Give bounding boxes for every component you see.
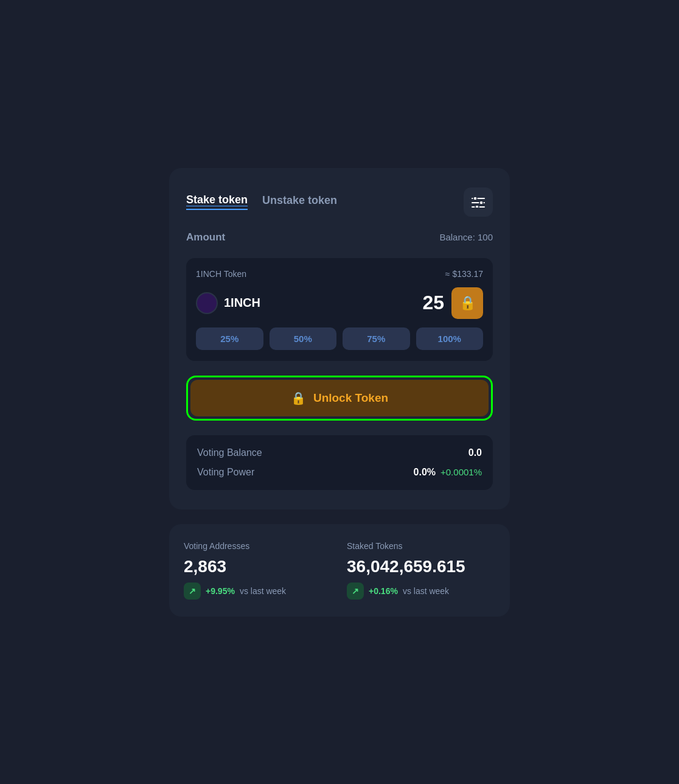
token-identity: 🦄 1INCH bbox=[196, 292, 260, 314]
stats-card: Voting Addresses 2,863 ↗ +9.95% vs last … bbox=[169, 524, 510, 617]
amount-label: Amount bbox=[186, 231, 225, 243]
voting-addresses-value: 2,863 bbox=[184, 557, 332, 576]
pct-100-button[interactable]: 100% bbox=[416, 327, 484, 350]
pct-25-button[interactable]: 25% bbox=[196, 327, 263, 350]
svg-point-6 bbox=[197, 293, 217, 313]
staked-tokens-title: Staked Tokens bbox=[347, 541, 495, 551]
voting-box: Voting Balance 0.0 Voting Power 0.0% +0.… bbox=[186, 435, 493, 490]
voting-addresses-change-suffix: vs last week bbox=[240, 586, 286, 596]
voting-power-row: Voting Power 0.0% +0.0001% bbox=[197, 467, 482, 478]
token-name-label: 1INCH Token bbox=[196, 269, 246, 279]
token-box: 1INCH Token ≈ $133.17 🦄 1INCH 25 bbox=[186, 258, 493, 361]
svg-point-3 bbox=[479, 201, 483, 205]
pct-row: 25% 50% 75% 100% bbox=[196, 327, 483, 350]
staked-tokens-change-text: +0.16% bbox=[369, 586, 398, 596]
pct-75-button[interactable]: 75% bbox=[343, 327, 410, 350]
voting-power-label: Voting Power bbox=[197, 467, 254, 478]
voting-addresses-section: Voting Addresses 2,863 ↗ +9.95% vs last … bbox=[184, 541, 332, 600]
lock-button[interactable]: 🔒 bbox=[451, 287, 483, 319]
voting-power-value: 0.0% bbox=[414, 467, 436, 478]
unlock-token-button[interactable]: 🔒 Unlock Token bbox=[190, 380, 489, 416]
token-amount-row: 25 🔒 bbox=[422, 287, 483, 319]
voting-power-change: +0.0001% bbox=[440, 467, 482, 477]
token-approx-value: ≈ $133.17 bbox=[445, 269, 483, 279]
tab-unstake[interactable]: Unstake token bbox=[262, 194, 337, 209]
svg-point-1 bbox=[473, 197, 477, 200]
tab-stake[interactable]: Stake token bbox=[186, 194, 248, 210]
voting-addresses-change: ↗ +9.95% vs last week bbox=[184, 583, 332, 600]
unlock-button-wrapper: 🔒 Unlock Token bbox=[186, 376, 493, 421]
svg-point-5 bbox=[475, 205, 479, 208]
token-symbol: 1INCH bbox=[224, 296, 260, 310]
staked-tokens-change: ↗ +0.16% vs last week bbox=[347, 583, 495, 600]
main-card: Stake token Unstake token Amount Balance… bbox=[169, 168, 510, 509]
staked-tokens-section: Staked Tokens 36,042,659.615 ↗ +0.16% vs… bbox=[347, 541, 495, 600]
voting-addresses-arrow: ↗ bbox=[184, 583, 201, 600]
voting-addresses-change-text: +9.95% bbox=[206, 586, 235, 596]
staked-tokens-arrow: ↗ bbox=[347, 583, 364, 600]
staked-tokens-value: 36,042,659.615 bbox=[347, 557, 495, 576]
voting-addresses-title: Voting Addresses bbox=[184, 541, 332, 551]
settings-button[interactable] bbox=[464, 187, 493, 217]
tabs: Stake token Unstake token bbox=[186, 194, 337, 210]
token-identity-row: 🦄 1INCH 25 🔒 bbox=[196, 287, 483, 319]
token-icon: 🦄 bbox=[196, 292, 218, 314]
voting-balance-row: Voting Balance 0.0 bbox=[197, 447, 482, 458]
voting-power-values: 0.0% +0.0001% bbox=[414, 467, 482, 478]
voting-balance-value: 0.0 bbox=[468, 447, 482, 458]
pct-50-button[interactable]: 50% bbox=[270, 327, 337, 350]
staked-tokens-change-suffix: vs last week bbox=[403, 586, 449, 596]
tab-row: Stake token Unstake token bbox=[186, 187, 493, 217]
lock-icon: 🔒 bbox=[459, 295, 476, 311]
voting-balance-label: Voting Balance bbox=[197, 447, 262, 458]
token-name-row: 1INCH Token ≈ $133.17 bbox=[196, 269, 483, 279]
sliders-icon bbox=[472, 197, 485, 208]
token-amount: 25 bbox=[422, 292, 444, 314]
page-wrapper: Stake token Unstake token Amount Balance… bbox=[169, 168, 510, 617]
unlock-icon: 🔒 bbox=[291, 391, 306, 405]
amount-header: Amount Balance: 100 bbox=[186, 231, 493, 243]
balance-label: Balance: 100 bbox=[439, 232, 493, 242]
unlock-button-label: Unlock Token bbox=[313, 391, 388, 405]
